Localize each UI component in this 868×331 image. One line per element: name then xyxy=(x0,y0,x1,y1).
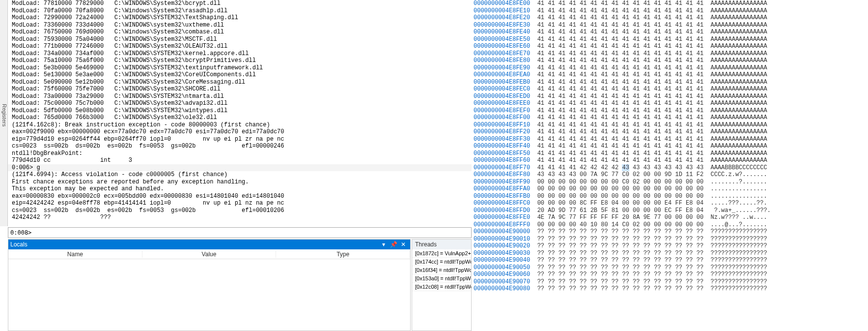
command-line: eax=002f9000 ebx=00000000 ecx=77a0dc70 e… xyxy=(8,128,472,136)
memory-address: 0000000004E90010 xyxy=(474,236,530,242)
memory-row: 0000000004E8FEC0 41 41 41 41 41 41 41 41… xyxy=(472,86,868,93)
command-line: (121f4.6994): Access violation - code c0… xyxy=(8,171,472,179)
memory-row: 0000000004E8FFC0 00 00 00 00 8C FF E8 04… xyxy=(472,200,868,207)
command-line: ModLoad: 75930000 75a04000 C:\WINDOWS\Sy… xyxy=(8,36,472,43)
locals-col-value[interactable]: Value xyxy=(142,251,277,258)
thread-item[interactable]: [0x16f34] = ntdll!TppWo xyxy=(412,266,471,274)
memory-hex: 41 41 41 41 41 41 41 41 41 41 41 41 41 4… xyxy=(537,143,703,150)
thread-item[interactable]: [0x1872c] = VulnApp2+ xyxy=(412,249,471,258)
memory-hex: 41 41 41 41 41 41 41 41 41 41 41 41 41 4… xyxy=(537,50,703,57)
command-line: 779d4d10 cc int 3 xyxy=(8,157,472,164)
memory-row: 0000000004E8FF00 41 41 41 41 41 41 41 41… xyxy=(472,114,868,121)
memory-ascii: AAAAAAAAAAAAAAAA xyxy=(711,121,767,128)
memory-ascii: AAAAAAAAAAAAAAAA xyxy=(711,14,767,21)
locals-column-headers: Name Value Type xyxy=(8,249,410,259)
command-prompt: 0:008> xyxy=(8,229,33,236)
locals-titlebar[interactable]: Locals ▾ 📌 ✕ xyxy=(8,240,410,249)
memory-hex: 41 41 41 41 41 41 41 41 41 41 41 41 41 4… xyxy=(537,22,703,29)
memory-row: 0000000004E90040 ?? ?? ?? ?? ?? ?? ?? ??… xyxy=(472,257,868,264)
memory-hex: ?? ?? ?? ?? ?? ?? ?? ?? ?? ?? ?? ?? ?? ?… xyxy=(537,264,703,271)
memory-address: 0000000004E8FE50 xyxy=(474,36,530,43)
memory-row: 0000000004E8FF70 41 41 41 41 42 42 42 42… xyxy=(472,164,868,172)
memory-address: 0000000004E90000 xyxy=(474,228,530,235)
memory-row: 0000000004E8FF40 41 41 41 41 41 41 41 41… xyxy=(472,143,868,150)
threads-titlebar[interactable]: Threads xyxy=(412,240,471,249)
memory-ascii: AAAAAAAAAAAAAAAA xyxy=(711,29,767,35)
close-icon[interactable]: ✕ xyxy=(398,240,408,249)
threads-panel: Threads [0x1872c] = VulnApp2+[0x174cc] =… xyxy=(412,239,472,331)
memory-ascii: AAAAAAAAAAAAAAAA xyxy=(711,36,767,43)
memory-row: 0000000004E8FFF0 00 00 00 00 40 10 80 14… xyxy=(472,221,868,229)
memory-address: 0000000004E90030 xyxy=(474,250,530,257)
thread-item[interactable]: [0x12c08] = ntdll!TppWo xyxy=(412,283,471,291)
command-line: eax=00000830 ebx=000002c0 ecx=005bdd00 e… xyxy=(8,193,472,200)
memory-hex: 41 41 41 41 41 41 41 41 41 41 41 41 41 4… xyxy=(537,7,703,14)
memory-row: 0000000004E8FE90 41 41 41 41 41 41 41 41… xyxy=(472,64,868,72)
memory-ascii: AAAAAAAAAAAAAAAA xyxy=(711,22,767,29)
memory-address: 0000000004E8FEA0 xyxy=(474,71,530,78)
memory-hex: 41 41 41 41 41 41 41 41 41 41 41 41 41 4… xyxy=(537,157,703,164)
thread-item[interactable]: [0x174cc] = ntdll!TppWo xyxy=(412,258,471,266)
memory-row: 0000000004E8FED0 41 41 41 41 41 41 41 41… xyxy=(472,93,868,100)
memory-ascii: AAAAAAAAAAAAAAAA xyxy=(711,136,767,143)
pin-icon[interactable]: 📌 xyxy=(389,240,398,249)
command-line: cs=0023 ss=002b ds=002b es=002b fs=0053 … xyxy=(8,207,472,214)
memory-row: 0000000004E8FF10 41 41 41 41 41 41 41 41… xyxy=(472,121,868,129)
memory-row: 0000000004E90010 ?? ?? ?? ?? ?? ?? ?? ??… xyxy=(472,236,868,243)
memory-address: 0000000004E8FF90 xyxy=(474,179,530,185)
memory-hex: 00 00 00 00 00 00 00 00 C0 02 00 00 00 0… xyxy=(537,179,703,185)
memory-ascii: ???????????????? xyxy=(711,264,767,271)
memory-ascii: AAAAAAAAAAAAAAAA xyxy=(711,100,767,107)
locals-col-name[interactable]: Name xyxy=(8,251,142,258)
memory-hex: 43 43 43 43 00 7A 9C 77 C0 02 00 00 9D 1… xyxy=(537,171,703,178)
locals-col-type[interactable]: Type xyxy=(276,251,410,258)
memory-address: 0000000004E8FE00 xyxy=(474,0,530,7)
memory-address: 0000000004E8FFC0 xyxy=(474,200,530,207)
memory-hex: 41 41 41 41 41 41 41 41 41 41 41 41 41 4… xyxy=(537,57,703,64)
command-input[interactable] xyxy=(33,228,471,238)
memory-row: 0000000004E8FF30 41 41 41 41 41 41 41 41… xyxy=(472,136,868,143)
memory-hex: 41 41 41 41 41 41 41 41 41 41 41 41 41 4… xyxy=(537,128,703,135)
memory-ascii: ???????????????? xyxy=(711,257,767,264)
memory-dump[interactable]: 0000000004E8FE00 41 41 41 41 41 41 41 41… xyxy=(472,0,868,331)
memory-hex: 41 41 41 41 41 41 41 41 41 41 41 41 41 4… xyxy=(537,86,703,92)
memory-address: 0000000004E8FED0 xyxy=(474,93,530,100)
memory-row: 0000000004E8FFA0 00 00 00 00 00 00 00 00… xyxy=(472,185,868,193)
memory-hex: 00 00 00 00 00 00 00 00 00 00 00 00 00 0… xyxy=(537,193,703,200)
memory-row: 0000000004E8FE20 41 41 41 41 41 41 41 41… xyxy=(472,14,868,22)
memory-address: 0000000004E8FFB0 xyxy=(474,193,530,200)
command-output[interactable]: ModLoad: 77810000 77829000 C:\WINDOWS\Sy… xyxy=(8,0,472,226)
command-line: eip=42424242 esp=04e8ff78 ebp=41414141 i… xyxy=(8,200,472,207)
command-line: ModLoad: 5e090000 5e12b000 C:\WINDOWS\Sy… xyxy=(8,79,472,86)
memory-address: 0000000004E8FE30 xyxy=(474,22,530,29)
memory-ascii: AAAAAAAAAAAAAAAA xyxy=(711,128,767,135)
memory-address: 0000000004E8FE10 xyxy=(474,7,530,14)
memory-row: 0000000004E8FF60 41 41 41 41 41 41 41 41… xyxy=(472,157,868,164)
memory-row: 0000000004E8FEB0 41 41 41 41 41 41 41 41… xyxy=(472,79,868,86)
memory-row: 0000000004E90020 ?? ?? ?? ?? ?? ?? ?? ??… xyxy=(472,242,868,250)
memory-address: 0000000004E8FF00 xyxy=(474,114,530,121)
memory-ascii: AAAAAAAAAAAAAAAA xyxy=(711,150,767,157)
memory-ascii: AAAAAAAAAAAAAAAA xyxy=(711,107,767,114)
thread-item[interactable]: [0x153a0] = ntdll!TppWo xyxy=(412,274,471,283)
memory-ascii: ....@...?....... xyxy=(711,221,767,228)
command-line: ModLoad: 75f60000 75fe7000 C:\WINDOWS\Sy… xyxy=(8,86,472,93)
command-line: eip=779d4d10 esp=0264ff44 ebp=0264ff70 i… xyxy=(8,136,472,143)
dropdown-icon[interactable]: ▾ xyxy=(379,240,389,249)
memory-address: 0000000004E8FE80 xyxy=(474,57,530,64)
memory-hex: 41 41 41 41 41 41 41 41 41 41 41 41 41 4… xyxy=(537,79,703,86)
command-line: ModLoad: 72990000 72a24000 C:\WINDOWS\SY… xyxy=(8,14,472,22)
command-line: ModLoad: 5e130000 5e3ae000 C:\WINDOWS\Sy… xyxy=(8,71,472,79)
memory-address: 0000000004E90080 xyxy=(474,285,530,292)
memory-hex: 41 41 41 41 41 41 41 41 41 41 41 41 41 4… xyxy=(537,14,703,21)
command-line: ModLoad: 73360000 733d4000 C:\WINDOWS\sy… xyxy=(8,22,472,29)
memory-hex: ?? ?? ?? ?? ?? ?? ?? ?? ?? ?? ?? ?? ?? ?… xyxy=(537,236,703,242)
memory-ascii: AAAAAAAAAAAAAAAA xyxy=(711,64,767,71)
memory-ascii: ................ xyxy=(711,185,767,192)
memory-hex: 41 41 41 41 41 41 41 41 41 41 41 41 41 4… xyxy=(537,64,703,71)
memory-ascii: ???????????????? xyxy=(711,242,767,249)
command-line: ModLoad: 75a10000 75a6f000 C:\WINDOWS\Sy… xyxy=(8,57,472,64)
memory-ascii: AAAAAAAAAAAAAAAA xyxy=(711,143,767,150)
registers-tab[interactable]: Registers xyxy=(0,0,8,226)
memory-address: 0000000004E8FF60 xyxy=(474,157,530,164)
